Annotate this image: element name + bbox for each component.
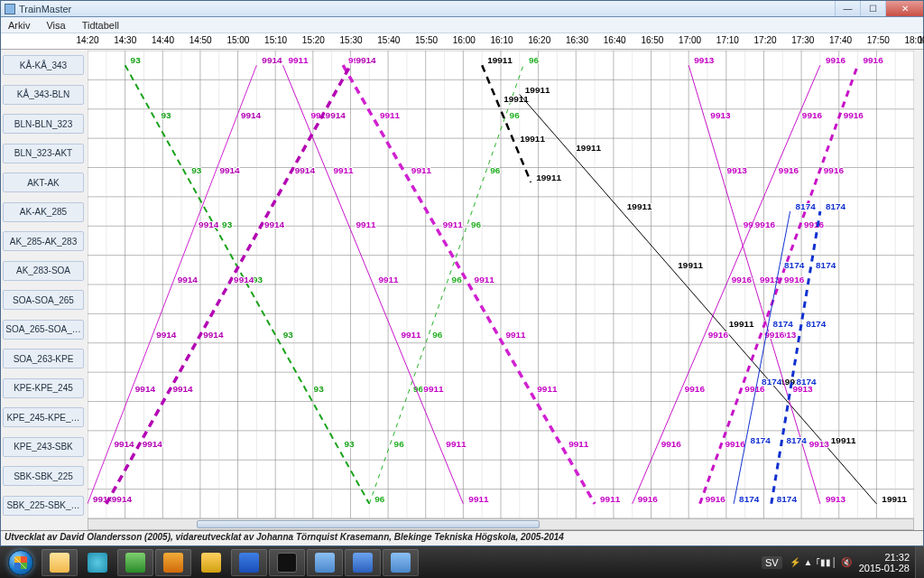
system-tray[interactable]: SV ⚡ ▲ ｢▮▮│ 🔇 21:32 2015-01-28 xyxy=(762,552,915,573)
train-label: 9911 xyxy=(423,384,444,394)
train-line[interactable] xyxy=(482,65,531,182)
start-button[interactable] xyxy=(0,546,41,578)
train-label: 93 xyxy=(131,55,142,65)
train-line[interactable] xyxy=(772,211,820,504)
task-shield[interactable] xyxy=(193,549,229,576)
task-explorer[interactable] xyxy=(42,549,78,576)
station-row[interactable]: SBK-SBK_225 xyxy=(3,466,84,486)
train-label: 8174 xyxy=(773,319,794,329)
diagram-area: KÅ-KÅ_343KÅ_343-BLNBLN-BLN_323BLN_323-AK… xyxy=(1,51,923,518)
station-row[interactable]: KPE_243-SBK xyxy=(3,437,84,457)
train-label: 9914 xyxy=(114,439,134,449)
station-row[interactable]: BLN-BLN_323 xyxy=(3,114,84,134)
train-label: 9916 xyxy=(779,165,799,175)
train-label: 9914 xyxy=(356,55,376,65)
train-label: 9916 xyxy=(802,110,823,120)
train-label: 93 xyxy=(161,110,171,120)
train-label: 9911 xyxy=(411,165,432,175)
train-label: 93 xyxy=(314,384,325,394)
menu-visa[interactable]: Visa xyxy=(42,19,69,32)
train-label: 9913 xyxy=(727,165,748,175)
station-row[interactable]: AK-AK_285 xyxy=(3,202,84,222)
train-label: 19911 xyxy=(487,55,513,65)
train-label: 9916 xyxy=(844,110,864,120)
station-row[interactable]: KÅ_343-BLN xyxy=(3,85,84,105)
station-row[interactable]: SOA-SOA_265 xyxy=(3,290,84,310)
station-row[interactable]: KÅ-KÅ_343 xyxy=(3,55,84,75)
time-tick: 14:50 xyxy=(189,35,212,45)
train-line[interactable] xyxy=(88,65,256,504)
station-row[interactable]: SOA_263-KPE xyxy=(3,349,84,368)
minimize-button[interactable]: — xyxy=(835,1,860,16)
train-label: 9911 xyxy=(475,275,495,284)
time-tick: 14:20 xyxy=(76,35,98,45)
train-label: 9916 xyxy=(764,330,785,340)
show-desktop-button[interactable] xyxy=(915,546,924,578)
train-label: 8174 xyxy=(787,435,808,445)
station-row[interactable]: AKT-AK xyxy=(3,172,84,192)
time-tick: 17:10 xyxy=(716,35,739,45)
station-row[interactable]: SOA_265-SOA_… xyxy=(3,320,84,340)
menu-tidtabell[interactable]: Tidtabell xyxy=(79,19,123,32)
station-row[interactable]: SBK_225-SBK_… xyxy=(3,496,84,516)
train-graph[interactable]: 9393939393939393939696969696969696969911… xyxy=(88,51,914,518)
task-people[interactable] xyxy=(79,549,116,576)
train-label: 9916 xyxy=(661,439,682,449)
train-label: 96 xyxy=(529,55,540,65)
task-paint[interactable] xyxy=(155,549,191,576)
task-app1[interactable] xyxy=(231,549,267,576)
time-tick: 15:00 xyxy=(226,35,249,45)
train-label: 8174 xyxy=(796,377,817,387)
station-row[interactable]: BLN_323-AKT xyxy=(3,144,84,163)
task-word[interactable] xyxy=(345,549,381,576)
train-label: 9914 xyxy=(156,330,177,340)
task-java2[interactable] xyxy=(383,549,419,576)
menu-arkiv[interactable]: Arkiv xyxy=(5,19,33,32)
train-label: 93 xyxy=(344,439,355,449)
train-label: 9911 xyxy=(446,439,467,449)
train-label: 9914 xyxy=(241,110,262,120)
task-java1[interactable] xyxy=(307,549,343,576)
train-label: 9911 xyxy=(333,165,354,175)
station-row[interactable]: KPE_245-KPE_… xyxy=(3,407,84,427)
clock-time: 21:32 xyxy=(859,552,910,563)
horizontal-scrollbar[interactable] xyxy=(88,518,914,530)
train-label: 19911 xyxy=(882,494,907,504)
train-label: 96 xyxy=(394,439,405,449)
volume-icon: 🔇 xyxy=(841,557,852,567)
train-label: 9911 xyxy=(401,330,421,340)
scrollbar-thumb[interactable] xyxy=(197,520,540,528)
station-row[interactable]: AK_285-AK_283 xyxy=(3,231,84,251)
time-tick: 16:10 xyxy=(490,35,513,45)
tray-icons[interactable]: ⚡ ▲ ｢▮▮│ 🔇 xyxy=(790,557,852,567)
train-line[interactable] xyxy=(283,65,464,504)
clock[interactable]: 21:32 2015-01-28 xyxy=(859,552,910,573)
java-icon xyxy=(315,553,335,573)
time-tick: 15:30 xyxy=(340,35,363,45)
train-label: 19911 xyxy=(576,143,601,153)
train-label: 96 xyxy=(471,219,482,229)
train-label: 9913 xyxy=(809,439,830,449)
train-line[interactable] xyxy=(734,211,790,504)
train-line[interactable] xyxy=(106,65,351,504)
train-label: 9916 xyxy=(804,219,825,229)
excel-icon xyxy=(125,553,145,573)
time-tick: 17:00 xyxy=(679,35,701,45)
train-label: 9911 xyxy=(356,219,376,229)
train-label: 9914 xyxy=(295,165,316,175)
charge-icon: ⚡ xyxy=(790,557,800,567)
train-label: 19911 xyxy=(831,435,856,445)
train-label: 9911 xyxy=(380,110,401,120)
task-excel[interactable] xyxy=(117,549,153,576)
task-terminal[interactable] xyxy=(269,549,305,576)
station-row[interactable]: AK_283-SOA xyxy=(3,261,84,281)
train-label: 9916 xyxy=(725,439,746,449)
time-tick: 17:30 xyxy=(791,35,814,45)
train-label: 9914 xyxy=(172,384,193,394)
language-indicator[interactable]: SV xyxy=(762,556,782,569)
app-icon-blue xyxy=(239,553,259,573)
train-label: 9914 xyxy=(326,110,346,120)
maximize-button[interactable]: ☐ xyxy=(860,1,885,16)
station-row[interactable]: KPE-KPE_245 xyxy=(3,378,84,398)
close-button[interactable]: ✕ xyxy=(885,1,923,16)
